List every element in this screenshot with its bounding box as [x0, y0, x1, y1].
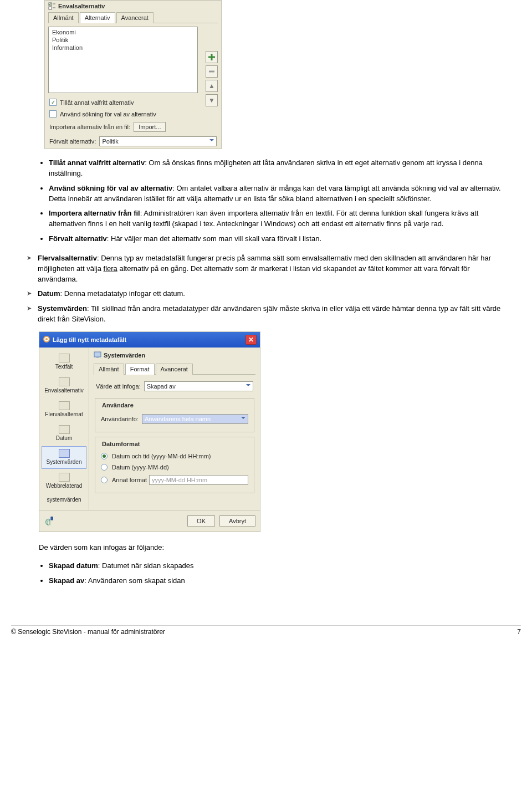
group-user: Användare Användarinfo: Användarens hela… — [95, 398, 254, 432]
radio-date[interactable] — [101, 464, 108, 471]
arrow-list: Flervalsalternativ: Denna typ av metadat… — [22, 251, 510, 327]
bullet-item: Importera alternativ från fil: Administr… — [49, 206, 510, 232]
single-choice-icon — [59, 377, 70, 386]
ok-button[interactable]: OK — [187, 515, 215, 527]
default-select[interactable]: Politik — [99, 136, 217, 146]
bullet-list: Tillåt annat valfritt alternativ: Om så … — [22, 156, 510, 247]
list-item[interactable]: Politik — [51, 36, 195, 44]
bullet-item: Tillåt annat valfritt alternativ: Om så … — [49, 156, 510, 181]
custom-format-input[interactable]: yyyy-MM-dd HH:mm — [149, 475, 248, 485]
svg-point-8 — [45, 338, 48, 340]
userinfo-select[interactable]: Användarens hela namn — [142, 414, 248, 424]
list-button-column: ▲ ▼ — [206, 51, 218, 106]
tab-format[interactable]: Format — [125, 364, 155, 375]
arrow-item: Datum: Denna metadatatyp infogar ett dat… — [38, 287, 510, 302]
sidebar-item-systemvarden2[interactable]: systemvärden — [42, 494, 86, 507]
tab-allmant[interactable]: Allmänt — [48, 12, 79, 23]
footer-left: © Senselogic SiteVision - manual för adm… — [11, 628, 165, 636]
system-values-icon — [59, 449, 70, 458]
list-item[interactable]: Information — [51, 44, 195, 52]
window-title: Lägg till nytt metadatafält — [53, 336, 126, 343]
close-button[interactable]: ✕ — [245, 335, 257, 345]
checkbox-group-icon — [48, 2, 56, 10]
system-values-icon — [94, 351, 101, 360]
tab-allmant[interactable]: Allmänt — [94, 364, 124, 375]
svg-rect-10 — [96, 357, 99, 358]
page-number: 7 — [517, 628, 521, 636]
svg-rect-9 — [94, 352, 101, 357]
date-icon — [59, 425, 70, 434]
after-text: De värden som kan infogas är följande: — [39, 543, 510, 551]
userinfo-label: Användarinfo: — [101, 416, 139, 422]
gear-icon — [43, 335, 50, 344]
help-icon[interactable] — [44, 515, 56, 527]
remove-button[interactable] — [206, 65, 218, 78]
dialog-titlebar: Envalsalternativ — [45, 1, 221, 12]
dialog-title: Envalsalternativ — [58, 3, 105, 9]
web-icon — [59, 473, 70, 482]
dialog-envalsalternativ: Envalsalternativ Allmänt Alternativ Avan… — [44, 0, 222, 149]
insert-value-select[interactable]: Skapad av — [144, 381, 253, 391]
dialog-add-metadata: Lägg till nytt metadatafält ✕ Textfält E… — [39, 331, 260, 532]
sidebar-item-textfalt[interactable]: Textfält — [42, 351, 86, 374]
allow-free-checkbox[interactable] — [49, 99, 57, 106]
tab-row: Allmänt Alternativ Avancerat — [48, 12, 218, 23]
import-label: Importera alternativ från en fil: — [49, 124, 130, 130]
value-bullet-list: Skapad datum: Datumet när sidan skapades… — [22, 559, 510, 589]
default-label: Förvalt alternativ: — [49, 138, 96, 145]
tab-avancerat[interactable]: Avancerat — [116, 12, 154, 23]
multi-choice-icon — [59, 401, 70, 410]
add-button[interactable] — [206, 51, 218, 63]
bullet-item: Skapad av: Användaren som skapat sidan — [49, 574, 510, 589]
move-up-button[interactable]: ▲ — [206, 80, 218, 92]
tab-alternativ[interactable]: Alternativ — [80, 12, 115, 23]
tab-avancerat[interactable]: Avancerat — [156, 364, 193, 375]
insert-value-label: Värde att infoga: — [96, 383, 141, 390]
alternativ-listbox[interactable]: Ekonomi Politik Information — [48, 27, 198, 93]
svg-rect-5 — [208, 57, 215, 58]
page-footer: © Senselogic SiteVision - manual för adm… — [11, 625, 521, 636]
use-search-checkbox[interactable] — [49, 110, 57, 117]
sidebar-item-systemvarden[interactable]: Systemvärden — [42, 446, 86, 469]
svg-rect-1 — [49, 7, 52, 9]
sidebar-item-flervalsalternat[interactable]: Flervalsalternat — [42, 398, 86, 421]
arrow-item: Systemvärden: Till skillnad från andra m… — [38, 302, 510, 327]
move-down-button[interactable]: ▼ — [206, 94, 218, 106]
bullet-item: Använd sökning för val av alternativ: Om… — [49, 181, 510, 207]
type-sidebar: Textfält Envalsalternativ Flervalsaltern… — [39, 348, 89, 510]
cancel-button[interactable]: Avbryt — [219, 515, 255, 527]
group-dateformat: Datumformat Datum och tid (yyyy-MM-dd HH… — [95, 437, 254, 493]
panel-title: Systemvärden — [94, 351, 255, 360]
window-titlebar: Lägg till nytt metadatafält ✕ — [39, 332, 260, 348]
sidebar-item-datum[interactable]: Datum — [42, 422, 86, 445]
textfield-icon — [59, 354, 70, 362]
svg-rect-6 — [209, 71, 214, 73]
radio-custom[interactable] — [101, 477, 108, 483]
allow-free-label: Tillåt annat valfritt alternativ — [60, 99, 134, 106]
radio-datetime[interactable] — [101, 453, 108, 459]
bullet-item: Förvalt alternativ: Här väljer man det a… — [49, 232, 510, 247]
use-search-label: Använd sökning för val av alternativ — [60, 111, 156, 117]
sidebar-item-webbrelaterad[interactable]: Webbrelaterad — [42, 470, 86, 493]
import-button[interactable]: Import... — [134, 122, 166, 132]
arrow-item: Flervalsalternativ: Denna typ av metadat… — [38, 251, 510, 287]
list-item[interactable]: Ekonomi — [51, 28, 195, 36]
sidebar-item-envalsalternativ[interactable]: Envalsalternativ — [42, 375, 86, 397]
bullet-item: Skapad datum: Datumet när sidan skapades — [49, 559, 510, 574]
